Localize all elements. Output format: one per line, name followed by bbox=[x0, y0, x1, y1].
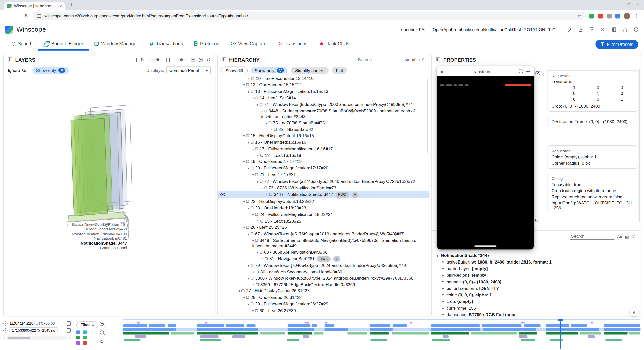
trace-segment-sf-events[interactable] bbox=[370, 324, 390, 327]
hierarchy-node[interactable]: ▾30 - Leaf:26:27#30 bbox=[218, 308, 429, 314]
trace-segment-sf-events[interactable] bbox=[149, 324, 165, 327]
zoom-in-icon[interactable]: + bbox=[191, 58, 195, 62]
trace-segment-transition-ticks[interactable] bbox=[205, 322, 207, 324]
hierarchy-node[interactable]: ▾73 - 8736138 NotificationShade#73 bbox=[218, 185, 429, 191]
slider-handle[interactable] bbox=[180, 58, 183, 61]
window-minimize-button[interactable]: – bbox=[619, 2, 621, 7]
extension-icon[interactable] bbox=[607, 13, 612, 18]
trace-toggle-icon[interactable] bbox=[83, 336, 87, 340]
tab-view-capture[interactable]: View Capture bbox=[225, 38, 272, 51]
new-tab-button[interactable]: + bbox=[70, 2, 73, 8]
trace-segment-transactions[interactable] bbox=[588, 335, 595, 338]
tab-search[interactable]: Search bbox=[6, 38, 38, 51]
trace-segment-transactions[interactable] bbox=[443, 335, 449, 338]
hierarchy-node[interactable]: 82 - StatusBar#82 bbox=[218, 126, 429, 133]
trace-segment-sf-events[interactable] bbox=[312, 324, 317, 327]
timeline-tracks[interactable] bbox=[123, 319, 641, 349]
trace-segment-protolog[interactable] bbox=[521, 339, 535, 341]
layer-label[interactable]: PointerLocation - display 0#134 bbox=[4, 232, 127, 236]
properties-root-node[interactable]: ▾ NotificationShade#3447 bbox=[432, 252, 641, 258]
trace-segment-wm-dark[interactable] bbox=[288, 332, 312, 334]
simplify-names-chip[interactable]: Simplify names bbox=[291, 67, 329, 74]
trace-segment-transition-ticks[interactable] bbox=[591, 322, 593, 324]
trace-segment-wm-light[interactable] bbox=[347, 332, 367, 334]
properties-scrollbar[interactable] bbox=[639, 69, 640, 222]
expand-arrow-icon[interactable]: ▾ bbox=[257, 103, 258, 107]
layer-label[interactable]: ScreenDecorOverlayBottom#61 bbox=[4, 222, 127, 227]
trace-toggle-icon[interactable] bbox=[83, 341, 87, 345]
transition-dialog[interactable]: ⠿ transition i — bbox=[437, 66, 534, 250]
expand-arrow-icon[interactable]: ▾ bbox=[261, 186, 263, 190]
hierarchy-node[interactable]: 10 - ImePlaceholder:13:14#10 bbox=[218, 75, 429, 81]
expand-arrow-icon[interactable]: ▾ bbox=[437, 254, 438, 258]
timeline-zoom-in-icon[interactable]: + bbox=[100, 322, 104, 326]
trace-segment-transactions[interactable] bbox=[200, 335, 219, 338]
trace-segment-sf-frames[interactable] bbox=[123, 328, 176, 331]
trace-segment-sf-events[interactable] bbox=[393, 324, 407, 327]
layer-label[interactable]: NavigationBar0#81 bbox=[4, 236, 127, 241]
hierarchy-node[interactable]: 81 - NavigationBar0#81HWCV bbox=[218, 255, 429, 262]
hierarchy-node[interactable]: ▾3368 - WindowToken{f6b2f60 type=2024 an… bbox=[218, 275, 429, 282]
report-bug-icon[interactable] bbox=[622, 27, 628, 32]
trace-segment-sf-frames[interactable] bbox=[325, 328, 348, 331]
hierarchy-scrollbar[interactable] bbox=[427, 79, 428, 153]
hierarchy-node[interactable]: ▾3449 - Surface(name=885b63e NavigationB… bbox=[218, 237, 429, 249]
trace-segment-sf-events[interactable] bbox=[288, 324, 310, 327]
trace-segment-wm-light[interactable] bbox=[314, 332, 323, 334]
reload-button[interactable]: ↻ bbox=[23, 13, 30, 19]
show-diff-chip[interactable]: Show diff bbox=[221, 66, 248, 74]
trace-segment-wm-dark[interactable] bbox=[197, 332, 258, 334]
trace-segment-wm-light[interactable] bbox=[629, 332, 640, 334]
hierarchy-node[interactable]: 3369 - 67726bf EdgeBackGestureHandler0#3… bbox=[218, 282, 429, 288]
edit-icon[interactable] bbox=[567, 27, 573, 32]
window-close-button[interactable]: × bbox=[637, 2, 639, 7]
trace-segment-sf-events[interactable] bbox=[168, 324, 176, 327]
chevron-left-icon[interactable]: ‹ bbox=[3, 336, 5, 340]
expand-arrow-icon[interactable]: ▾ bbox=[248, 232, 249, 236]
flat-chip[interactable]: Flat bbox=[332, 67, 347, 74]
browser-menu-icon[interactable]: ⋮ bbox=[634, 13, 639, 19]
trace-segment-transition-ticks[interactable] bbox=[521, 322, 525, 324]
trace-segment-wm-light[interactable] bbox=[580, 332, 601, 334]
layer-label[interactable]: ScreenDecorOverlay#60 bbox=[4, 227, 127, 232]
hierarchy-node[interactable]: ▾19 - OneHanded:17:17#19 bbox=[218, 158, 429, 165]
expand-arrow-icon[interactable]: ▾ bbox=[243, 160, 245, 164]
timestamp-ns[interactable]: 1715339054227572545 ns bbox=[10, 327, 58, 333]
trace-segment-wm-light[interactable] bbox=[260, 332, 285, 334]
match-case-icon[interactable]: Aa bbox=[617, 234, 622, 238]
trace-segment-wm-dark[interactable] bbox=[123, 332, 169, 334]
extension-icon[interactable] bbox=[615, 13, 620, 18]
trace-segment-transactions[interactable] bbox=[303, 335, 309, 338]
tab-transactions[interactable]: ⇄Transactions bbox=[144, 38, 189, 51]
tab-jank-cujs[interactable]: Jank CUJs bbox=[313, 38, 355, 51]
dark-mode-icon[interactable] bbox=[633, 27, 639, 32]
ignore-toggle[interactable]: Ignore bbox=[8, 68, 27, 73]
browser-tab[interactable]: Winscope | sandbox-FAI × bbox=[4, 2, 65, 10]
layer-label[interactable]: Common Panel bbox=[4, 245, 127, 250]
expand-arrow-icon[interactable]: ▾ bbox=[243, 134, 245, 138]
cross-tools-icon[interactable] bbox=[600, 27, 606, 32]
timeline-zoom-out-icon[interactable]: − bbox=[100, 330, 104, 334]
property-row[interactable]: activeBuffer: w: 1080, h: 2400, stride: … bbox=[432, 259, 641, 265]
reset-view-icon[interactable]: ↺ bbox=[207, 57, 211, 62]
trace-segment-sf-frames[interactable] bbox=[197, 328, 258, 331]
trace-toggle-icon[interactable] bbox=[83, 330, 87, 334]
trace-segment-sf-events[interactable] bbox=[226, 324, 244, 327]
property-row[interactable]: bufferTransform: IDENTITY bbox=[432, 285, 641, 291]
property-row[interactable]: dataspace: BT709 sRGB Full range bbox=[432, 311, 641, 316]
url-bar[interactable]: winscope.teams.x20web.corp.google.com/pr… bbox=[33, 12, 585, 20]
trace-segment-sf-events[interactable] bbox=[325, 324, 334, 327]
hierarchy-node[interactable]: ▾26 - Leaf:25:25#26 bbox=[218, 224, 429, 231]
regex-icon[interactable]: (.*) bbox=[419, 58, 425, 62]
documentation-icon[interactable] bbox=[611, 27, 617, 32]
expand-arrow-icon[interactable]: ▾ bbox=[243, 200, 245, 203]
extension-icon[interactable] bbox=[589, 13, 594, 18]
trace-toggle-icon[interactable] bbox=[76, 341, 80, 345]
hierarchy-node[interactable]: ▾72 - WindowToken{a2746de type=2040 andr… bbox=[218, 178, 429, 185]
regex-icon[interactable]: (.*) bbox=[632, 234, 637, 238]
filter-presets-button[interactable]: Filter Presets bbox=[596, 40, 638, 49]
trace-toggle-icon[interactable] bbox=[76, 336, 80, 340]
trace-segment-sf-frames[interactable] bbox=[288, 328, 314, 331]
trace-toggle-icon[interactable] bbox=[76, 330, 80, 334]
tab-protolog[interactable]: ProtoLog bbox=[189, 38, 225, 51]
